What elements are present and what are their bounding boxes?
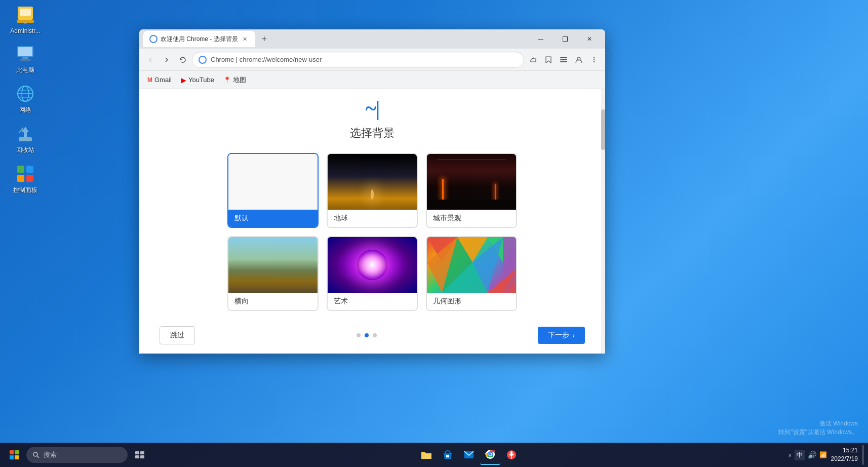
window-controls: ✕ bbox=[529, 31, 601, 47]
bg-card-geo[interactable]: 几何图形 bbox=[426, 236, 517, 311]
svg-rect-18 bbox=[538, 39, 543, 40]
chrome-tab-active[interactable]: 欢迎使用 Chrome - 选择背景 ✕ bbox=[143, 31, 255, 47]
scrollbar-thumb[interactable] bbox=[601, 109, 605, 150]
maps-label: 地图 bbox=[233, 75, 246, 85]
chrome-toolbar: Chrome | chrome://welcome/new-user bbox=[139, 49, 605, 71]
bg-card-earth[interactable]: 地球 bbox=[327, 153, 418, 228]
taskbar-left: 搜索 bbox=[4, 445, 150, 465]
bg-label-earth: 地球 bbox=[328, 210, 417, 227]
dot-3 bbox=[373, 333, 377, 337]
desktop-icon-network[interactable]: 网络 bbox=[5, 84, 46, 114]
svg-rect-15 bbox=[26, 166, 33, 173]
dot-1 bbox=[357, 333, 361, 337]
svg-line-41 bbox=[37, 456, 39, 458]
bookmark-button[interactable] bbox=[541, 53, 556, 67]
minimize-button[interactable] bbox=[529, 31, 553, 47]
svg-rect-19 bbox=[563, 37, 568, 42]
forward-button[interactable] bbox=[160, 53, 174, 67]
svg-rect-53 bbox=[510, 451, 512, 456]
show-desktop-button[interactable] bbox=[862, 445, 864, 465]
tab-close-button[interactable]: ✕ bbox=[241, 35, 249, 43]
bookmark-gmail[interactable]: M Gmail bbox=[143, 74, 176, 86]
taskbar-clock[interactable]: 15:21 2022/7/19 bbox=[831, 446, 858, 463]
bookmark-maps[interactable]: 📍 地图 bbox=[219, 73, 250, 87]
taskbar-search[interactable]: 搜索 bbox=[26, 447, 128, 463]
svg-rect-45 bbox=[140, 455, 144, 458]
tray-volume[interactable]: 🔊 bbox=[808, 451, 816, 459]
tray-network[interactable]: 📶 bbox=[819, 451, 827, 458]
bg-card-city[interactable]: 城市景观 bbox=[426, 153, 517, 228]
address-text: Chrome | chrome://welcome/new-user bbox=[211, 56, 322, 63]
bg-card-landscape[interactable]: 横向 bbox=[227, 236, 319, 311]
svg-rect-44 bbox=[135, 455, 139, 458]
svg-rect-16 bbox=[17, 175, 24, 182]
taskbar-pin[interactable] bbox=[501, 445, 522, 465]
desktop-icon-admin[interactable]: Administr... bbox=[5, 5, 46, 34]
maximize-button[interactable] bbox=[554, 31, 577, 47]
scrollbar[interactable] bbox=[601, 89, 605, 354]
svg-rect-38 bbox=[10, 455, 14, 459]
bg-preview-default bbox=[228, 154, 318, 210]
share-button[interactable] bbox=[526, 53, 540, 67]
activate-line1: 激活 Windows bbox=[778, 419, 858, 428]
bg-preview-geo bbox=[427, 237, 516, 293]
chrome-content: ~| 选择背景 默认 地球 城市景观 bbox=[139, 89, 605, 354]
taskbar-explorer[interactable] bbox=[416, 445, 437, 465]
desktop-icons: Administr... 此电脑 网络 bbox=[5, 5, 46, 194]
bg-preview-earth bbox=[328, 154, 417, 210]
tray-ime[interactable]: 中 bbox=[795, 450, 805, 460]
site-favicon bbox=[199, 56, 207, 64]
svg-rect-54 bbox=[509, 454, 514, 455]
desktop-icon-recycle[interactable]: 回收站 bbox=[5, 124, 46, 154]
bg-label-city: 城市景观 bbox=[427, 210, 516, 227]
svg-point-3 bbox=[24, 22, 26, 24]
reload-button[interactable] bbox=[176, 53, 190, 67]
svg-rect-21 bbox=[560, 59, 567, 60]
next-button[interactable]: 下一步 › bbox=[538, 327, 585, 344]
bg-card-art[interactable]: 艺术 bbox=[327, 236, 418, 311]
profile-button[interactable] bbox=[572, 53, 586, 67]
bg-label-art: 艺术 bbox=[328, 293, 417, 310]
toolbar-actions bbox=[526, 53, 601, 67]
skip-button[interactable]: 跳过 bbox=[160, 326, 195, 344]
network-icon bbox=[15, 84, 35, 104]
taskbar-right: ∧ 中 🔊 📶 15:21 2022/7/19 bbox=[788, 445, 864, 465]
computer-icon bbox=[15, 44, 35, 64]
bg-preview-city bbox=[427, 154, 516, 210]
svg-rect-39 bbox=[15, 455, 19, 459]
tab-favicon bbox=[149, 35, 157, 43]
desktop-icon-computer[interactable]: 此电脑 bbox=[5, 44, 46, 74]
search-placeholder: 搜索 bbox=[44, 450, 57, 459]
svg-rect-7 bbox=[20, 59, 31, 61]
bg-label-landscape: 横向 bbox=[228, 293, 318, 310]
svg-point-26 bbox=[594, 61, 595, 62]
recycle-icon bbox=[15, 124, 35, 144]
bg-card-default[interactable]: 默认 bbox=[227, 153, 319, 228]
svg-point-51 bbox=[489, 453, 491, 456]
close-button[interactable]: ✕ bbox=[578, 31, 601, 47]
back-button[interactable] bbox=[143, 53, 157, 67]
next-label: 下一步 bbox=[548, 331, 569, 340]
svg-rect-6 bbox=[22, 57, 28, 59]
start-button[interactable] bbox=[4, 445, 24, 465]
address-bar[interactable]: Chrome | chrome://welcome/new-user bbox=[192, 52, 524, 68]
task-view-button[interactable] bbox=[130, 445, 150, 465]
taskbar-mail[interactable] bbox=[459, 445, 479, 465]
network-label: 网络 bbox=[19, 106, 31, 114]
taskbar-apps bbox=[416, 445, 522, 465]
youtube-label: YouTube bbox=[188, 76, 214, 84]
youtube-icon: ▶ bbox=[181, 76, 186, 84]
new-tab-button[interactable]: + bbox=[257, 32, 271, 46]
tray-up-arrow[interactable]: ∧ bbox=[788, 452, 792, 458]
menu-button[interactable] bbox=[587, 53, 601, 67]
tab-title: 欢迎使用 Chrome - 选择背景 bbox=[161, 35, 238, 44]
bookmark-youtube[interactable]: ▶ YouTube bbox=[177, 74, 218, 86]
control-label: 控制面板 bbox=[13, 186, 37, 194]
gmail-label: Gmail bbox=[154, 76, 172, 84]
taskbar-store[interactable] bbox=[438, 445, 458, 465]
svg-rect-1 bbox=[20, 9, 31, 16]
taskbar-chrome[interactable] bbox=[480, 445, 500, 465]
taskbar: 搜索 bbox=[0, 443, 868, 467]
desktop-icon-control[interactable]: 控制面板 bbox=[5, 164, 46, 194]
tab-strip-button[interactable] bbox=[557, 53, 571, 67]
